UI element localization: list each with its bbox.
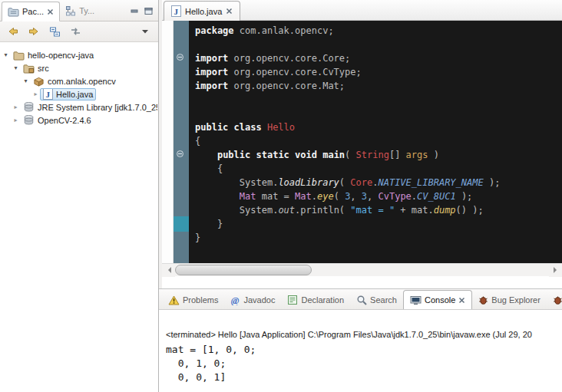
eclipse-workbench: Pac... Ty... ▾hello-opencv-java▾src▾com.… bbox=[0, 0, 562, 392]
console-icon bbox=[410, 295, 422, 305]
fold-collapse-icon[interactable] bbox=[177, 150, 183, 157]
bug-icon bbox=[553, 295, 562, 305]
tab-hello-java[interactable]: J Hello.java bbox=[164, 1, 240, 21]
javadoc-icon: @ bbox=[230, 295, 240, 305]
tree-item-target[interactable]: src bbox=[20, 62, 52, 74]
tree-item-target[interactable]: com.anlak.opencv bbox=[30, 75, 119, 87]
collapse-all-icon[interactable] bbox=[47, 24, 62, 39]
library-icon bbox=[23, 114, 35, 126]
code-line: public static void main( String[] args ) bbox=[195, 148, 562, 162]
view-tabbar: Pac... Ty... bbox=[0, 0, 158, 21]
tree-item-target[interactable]: JHello.java bbox=[40, 88, 96, 100]
tree-item-label: OpenCV-2.4.6 bbox=[38, 116, 91, 125]
search-icon bbox=[356, 295, 367, 305]
code-line: package com.anlak.opencv; bbox=[195, 24, 562, 38]
code-line: import org.opencv.core.Mat; bbox=[195, 79, 562, 93]
minimize-icon[interactable] bbox=[131, 7, 140, 15]
expand-arrow-icon[interactable]: ▸ bbox=[31, 91, 40, 97]
tree-item-label: com.anlak.opencv bbox=[48, 77, 116, 86]
tab-problems[interactable]: Problems bbox=[162, 291, 224, 309]
close-icon[interactable] bbox=[47, 8, 54, 15]
code-line: { bbox=[195, 134, 562, 148]
fold-ruler[interactable] bbox=[174, 21, 189, 263]
tree-item-target[interactable]: OpenCV-2.4.6 bbox=[20, 114, 94, 127]
expand-arrow-icon[interactable]: ▸ bbox=[12, 104, 20, 110]
console-process-label: <terminated> Hello [Java Application] C:… bbox=[166, 330, 562, 339]
close-icon[interactable] bbox=[458, 297, 465, 304]
tab-type-hierarchy[interactable]: Ty... bbox=[60, 1, 100, 21]
forward-icon[interactable] bbox=[26, 24, 41, 39]
tab-label: Bug Explorer bbox=[491, 295, 541, 305]
link-with-editor-icon[interactable] bbox=[68, 24, 83, 39]
scrollbar-thumb[interactable] bbox=[175, 265, 312, 275]
annotation-ruler[interactable] bbox=[162, 21, 174, 263]
package-explorer-icon bbox=[8, 6, 19, 17]
code-line bbox=[195, 93, 562, 107]
expand-arrow-icon[interactable]: ▸ bbox=[12, 117, 20, 124]
tree-item-hello-opencv-java[interactable]: ▾hello-opencv-java bbox=[0, 48, 158, 61]
code-line: System.out.println( "mat = " + mat.dump(… bbox=[195, 203, 562, 217]
tab-label: Console bbox=[425, 295, 455, 305]
code-line: Mat mat = Mat.eye( 3, 3, CvType.CV_8UC1 … bbox=[195, 189, 562, 203]
back-icon[interactable] bbox=[5, 24, 21, 39]
tree-item-label: JRE System Library [jdk1.7.0_25] bbox=[38, 103, 158, 112]
collapse-arrow-icon[interactable]: ▾ bbox=[2, 51, 10, 58]
tree-item-label: hello-opencv-java bbox=[28, 51, 94, 60]
java-file-icon: J bbox=[43, 88, 53, 100]
tab-bug[interactable]: Bug bbox=[547, 291, 562, 309]
tab-bug-explorer[interactable]: Bug Explorer bbox=[472, 291, 547, 309]
tree-item-hello-java[interactable]: ▸JHello.java bbox=[0, 87, 158, 100]
editor-tab-label: Hello.java bbox=[185, 7, 222, 16]
collapse-arrow-icon[interactable]: ▾ bbox=[21, 77, 30, 84]
console-content[interactable]: <terminated> Hello [Java Application] C:… bbox=[159, 310, 562, 392]
problems-icon bbox=[168, 295, 180, 305]
code-line: System.loadLibrary( Core.NATIVE_LIBRARY_… bbox=[195, 176, 562, 189]
tab-console[interactable]: Console bbox=[403, 290, 472, 310]
tab-label: Pac... bbox=[22, 7, 44, 16]
maximize-icon[interactable] bbox=[144, 7, 154, 15]
tab-label: Javadoc bbox=[243, 295, 275, 305]
tree-item-opencv-2-4-6[interactable]: ▸OpenCV-2.4.6 bbox=[0, 114, 158, 127]
tree-item-target[interactable]: hello-opencv-java bbox=[10, 49, 97, 61]
close-icon[interactable] bbox=[226, 8, 233, 15]
console-view: Problems@JavadocDeclarationSearchConsole… bbox=[159, 288, 562, 392]
tab-label: Search bbox=[370, 295, 397, 305]
tab-search[interactable]: Search bbox=[350, 291, 403, 309]
svg-text:@: @ bbox=[231, 295, 240, 305]
view-toolbar bbox=[0, 21, 158, 42]
tab-package-explorer[interactable]: Pac... bbox=[2, 2, 60, 21]
tab-javadoc[interactable]: @Javadoc bbox=[224, 291, 281, 309]
console-output-line: 0, 1, 0; bbox=[166, 357, 562, 371]
scroll-left-icon[interactable] bbox=[162, 264, 175, 277]
scroll-right-icon[interactable] bbox=[549, 264, 562, 277]
code-area[interactable]: package com.anlak.opencv; import org.ope… bbox=[189, 21, 562, 263]
console-output-line: 0, 0, 1] bbox=[166, 371, 562, 384]
fold-collapse-icon[interactable] bbox=[177, 54, 183, 61]
tree-item-com-anlak-opencv[interactable]: ▾com.anlak.opencv bbox=[0, 74, 158, 87]
collapse-arrow-icon[interactable]: ▾ bbox=[12, 64, 20, 71]
library-icon bbox=[23, 101, 35, 113]
java-file-icon: J bbox=[171, 5, 181, 17]
horizontal-scrollbar[interactable] bbox=[162, 263, 562, 276]
editor-tabbar: J Hello.java bbox=[162, 0, 562, 21]
tab-declaration[interactable]: Declaration bbox=[281, 291, 350, 309]
editor-area: J Hello.java package com.anlak.opencv; i… bbox=[162, 0, 562, 288]
bug-icon bbox=[478, 295, 488, 305]
svg-text:J: J bbox=[46, 90, 51, 99]
src-folder-icon bbox=[23, 63, 35, 74]
code-line: { bbox=[195, 162, 562, 176]
tree-item-target[interactable]: JRE System Library [jdk1.7.0_25] bbox=[20, 101, 158, 114]
tree-item-src[interactable]: ▾src bbox=[0, 61, 158, 74]
type-hierarchy-icon bbox=[65, 5, 76, 16]
tree-item-jre-system-library-jdk1-7-0-25[interactable]: ▸JRE System Library [jdk1.7.0_25] bbox=[0, 100, 158, 114]
tab-label: Declaration bbox=[301, 295, 344, 305]
package-icon bbox=[33, 76, 45, 87]
console-output: mat = [1, 0, 0; 0, 1, 0; 0, 0, 1] bbox=[166, 343, 562, 384]
code-line bbox=[195, 38, 562, 51]
view-controls bbox=[131, 7, 158, 21]
view-menu-icon[interactable] bbox=[137, 24, 153, 39]
code-line: import org.opencv.core.CvType; bbox=[195, 65, 562, 79]
ruler-selection-marker bbox=[174, 216, 189, 232]
code-line bbox=[195, 107, 562, 120]
console-output-line: mat = [1, 0, 0; bbox=[166, 343, 562, 357]
